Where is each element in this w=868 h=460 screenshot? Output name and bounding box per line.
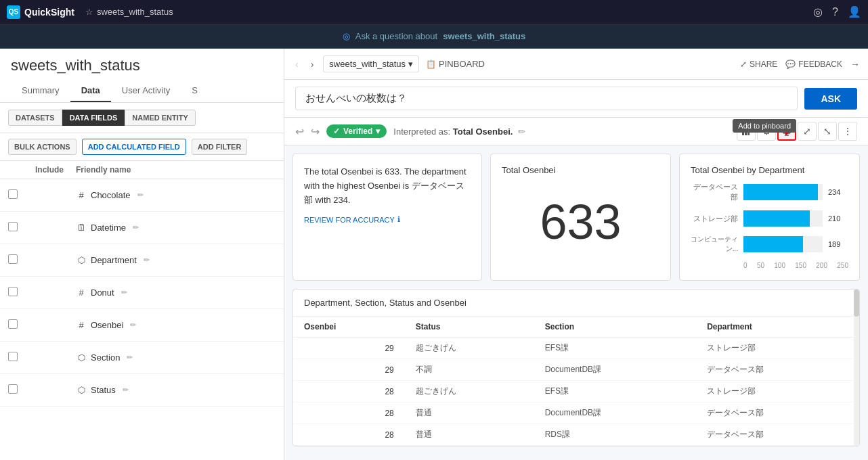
- feedback-button[interactable]: 💬 FEEDBACK: [785, 60, 842, 69]
- share-icon: ⤢: [740, 60, 747, 69]
- ask-button[interactable]: ASK: [804, 88, 857, 110]
- bar-row: コンピューティン... 189: [691, 235, 848, 254]
- bar-chart-title: Total Osenbei by Department: [691, 165, 848, 175]
- edit-icon[interactable]: ✏: [144, 256, 150, 264]
- field-row: ⬡ Department ✏: [0, 244, 284, 277]
- bar-fill: [743, 184, 818, 200]
- bar-fill: [743, 210, 810, 227]
- cell-department: データベース部: [696, 359, 859, 381]
- expand-button[interactable]: →: [850, 59, 860, 70]
- dimension-icon: ⬡: [76, 352, 87, 363]
- field-name-cell: # Chocolate ✏: [76, 190, 276, 200]
- edit-icon[interactable]: ✏: [133, 223, 139, 232]
- bar-label: コンピューティン...: [691, 235, 738, 254]
- tab-extra[interactable]: S: [181, 80, 209, 102]
- friendly-name-label: Friendly name: [76, 165, 276, 175]
- dataset-name-dropdown[interactable]: sweets_with_status ▾: [323, 55, 419, 72]
- undo-button[interactable]: ↩: [295, 125, 304, 138]
- bulk-actions-button[interactable]: BULK ACTIONS: [8, 139, 77, 155]
- cell-osenbei: 28: [293, 424, 405, 446]
- cell-osenbei: 29: [293, 338, 405, 359]
- field-row: # Chocolate ✏: [0, 179, 284, 212]
- dropdown-chevron-icon: ▾: [408, 59, 413, 69]
- app-logo: QS QuickSight: [7, 5, 74, 19]
- add-filter-button[interactable]: ADD FILTER: [192, 139, 248, 155]
- hash-icon: #: [76, 190, 87, 200]
- number-card: Total Osenbei 633: [490, 154, 671, 281]
- datasets-button[interactable]: DATASETS: [8, 110, 62, 126]
- add-calculated-field-button[interactable]: ADD CALCULATED FIELD: [82, 139, 186, 155]
- field-name: Chocolate: [91, 190, 131, 200]
- dimension-icon: ⬡: [76, 385, 87, 395]
- app-name: QuickSight: [24, 7, 74, 18]
- pinboard-icon: 📋: [426, 60, 436, 69]
- ask-bar-dataset: sweets_with_status: [443, 31, 525, 41]
- cell-osenbei: 29: [293, 359, 405, 381]
- data-table: Osenbei Status Section Department 29 超ごき…: [293, 317, 859, 446]
- cell-status: 普通: [405, 402, 534, 424]
- ask-bar-text: Ask a question about: [355, 31, 437, 41]
- redo-button[interactable]: ↪: [311, 125, 320, 138]
- check-icon: ✓: [333, 127, 340, 136]
- verified-label: Verified: [343, 127, 372, 136]
- circle-icon[interactable]: ◎: [813, 5, 823, 18]
- field-row: ⬡ Status ✏: [0, 374, 284, 407]
- cell-status: 不調: [405, 359, 534, 381]
- col-osenbei: Osenbei: [293, 317, 405, 338]
- edit-icon[interactable]: ✏: [127, 353, 133, 362]
- top-nav-right: ◎ ? 👤: [813, 5, 861, 18]
- share-button[interactable]: ⤢ SHARE: [740, 60, 777, 69]
- tab-summary[interactable]: Summary: [11, 80, 70, 102]
- text-card: The total Osenbei is 633. The department…: [292, 154, 482, 281]
- cell-osenbei: 28: [293, 381, 405, 402]
- expand-icon: ⤡: [823, 126, 831, 137]
- ask-icon: ◎: [343, 31, 350, 41]
- verified-dropdown-icon: ▾: [376, 127, 380, 136]
- more-options-button[interactable]: ⋮: [838, 122, 857, 141]
- field-row: ⬡ Section ✏: [0, 342, 284, 374]
- field-name: Department: [91, 255, 137, 265]
- hash-icon: #: [76, 320, 87, 330]
- table-row: 28 普通 DocumentDB課 データベース部: [293, 402, 859, 424]
- pinboard-button[interactable]: 📋 PINBOARD: [426, 59, 485, 69]
- field-row: 🗓 Datetime ✏: [0, 212, 284, 244]
- quicksight-icon: QS: [7, 5, 20, 19]
- field-actions: BULK ACTIONS ADD CALCULATED FIELD ADD FI…: [0, 133, 284, 161]
- field-list: # Chocolate ✏ 🗓 Datetime ✏: [0, 179, 284, 460]
- expand-chart-button[interactable]: ⤡: [818, 122, 837, 141]
- search-input[interactable]: [295, 87, 798, 110]
- review-accuracy-link[interactable]: REVIEW FOR ACCURACY ℹ: [304, 215, 471, 224]
- edit-icon[interactable]: ✏: [137, 191, 144, 200]
- bar-value: 234: [828, 188, 848, 196]
- edit-interpretation-icon[interactable]: ✏: [518, 127, 525, 137]
- bar-value: 189: [828, 240, 848, 248]
- table-scrollbar-thumb[interactable]: [854, 290, 859, 317]
- bar-chart-card: Total Osenbei by Department データベース部 234 …: [679, 154, 860, 281]
- edit-icon[interactable]: ✏: [121, 288, 127, 297]
- ds-toolbar: DATASETS DATA FIELDS NAMED ENTITY: [0, 103, 284, 133]
- calendar-icon: 🗓: [76, 223, 87, 233]
- verified-badge[interactable]: ✓ Verified ▾: [326, 124, 387, 138]
- back-arrow[interactable]: ‹: [292, 58, 301, 71]
- bar-label: ストレージ部: [691, 214, 738, 224]
- feedback-label: FEEDBACK: [798, 60, 842, 69]
- share-chart-button[interactable]: ⤢: [798, 122, 817, 141]
- edit-icon[interactable]: ✏: [123, 386, 129, 394]
- tab-user-activity[interactable]: User Activity: [111, 80, 181, 102]
- table-row: 28 超ごきげん EFS課 ストレージ部: [293, 381, 859, 402]
- text-card-content: The total Osenbei is 633. The department…: [304, 165, 471, 207]
- left-tabs: Summary Data User Activity S: [11, 80, 273, 102]
- field-name-cell: ⬡ Department ✏: [76, 255, 276, 265]
- help-icon[interactable]: ?: [832, 6, 838, 18]
- review-label: REVIEW FOR ACCURACY: [304, 216, 395, 224]
- star-icon: ☆: [85, 7, 93, 17]
- data-fields-button[interactable]: DATA FIELDS: [62, 110, 125, 126]
- user-icon[interactable]: 👤: [848, 5, 861, 18]
- hash-icon: #: [76, 288, 87, 298]
- edit-icon[interactable]: ✏: [130, 321, 136, 329]
- named-entity-button[interactable]: NAMED ENTITY: [125, 110, 196, 126]
- forward-arrow[interactable]: ›: [308, 58, 317, 71]
- table-scrollbar[interactable]: [854, 290, 859, 446]
- tab-data[interactable]: Data: [70, 80, 111, 102]
- field-name-cell: # Osenbei ✏: [76, 320, 276, 330]
